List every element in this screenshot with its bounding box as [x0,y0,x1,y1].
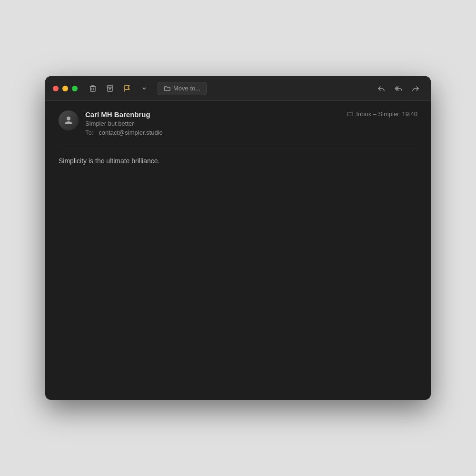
minimize-button[interactable] [62,86,68,91]
reply-icon [377,85,385,92]
reply-button[interactable] [374,82,389,95]
email-body-text: Simplicity is the ultimate brilliance. [59,156,417,166]
email-window: Move to... [45,76,431,400]
email-content-area: Carl MH Barenbrug Inbox – Simpler 19:40 … [45,101,431,400]
flag-button[interactable] [119,82,135,95]
inbox-info: Inbox – Simpler 19:40 [347,110,417,118]
toolbar-right-actions [374,82,423,95]
move-to-button[interactable]: Move to... [158,82,207,95]
reply-all-icon [395,85,402,92]
to-label: To: [85,129,93,136]
avatar [59,110,79,130]
archive-button[interactable] [102,82,118,95]
svg-rect-0 [90,87,95,91]
avatar-silhouette-icon [63,115,74,126]
toolbar-left-actions: Move to... [85,82,207,95]
inbox-label: Inbox – Simpler [356,110,399,118]
sender-row: Carl MH Barenbrug Inbox – Simpler 19:40 [85,110,417,119]
sender-name: Carl MH Barenbrug [85,110,150,119]
chevron-down-button[interactable] [137,82,152,95]
email-time: 19:40 [402,110,417,118]
move-to-label: Move to... [173,85,200,92]
email-header: Carl MH Barenbrug Inbox – Simpler 19:40 … [59,110,417,145]
forward-icon [412,85,419,92]
forward-button[interactable] [408,82,423,95]
email-to-line: To: contact@simpler.studio [85,129,417,136]
close-button[interactable] [53,86,59,91]
email-meta: Carl MH Barenbrug Inbox – Simpler 19:40 … [85,110,417,136]
svg-rect-3 [107,86,113,87]
avatar-image [59,110,79,130]
traffic-lights [53,86,78,91]
trash-button[interactable] [85,82,100,95]
to-address: contact@simpler.studio [99,129,163,136]
inbox-folder-icon [347,111,353,117]
reply-all-button[interactable] [391,82,406,95]
email-body: Simplicity is the ultimate brilliance. [59,145,417,166]
email-subject: Simpler but better [85,120,417,127]
folder-icon [164,85,170,92]
flag-icon [123,85,131,92]
archive-icon [106,85,114,92]
toolbar: Move to... [45,76,431,101]
svg-point-5 [67,117,70,120]
maximize-button[interactable] [72,86,78,91]
chevron-down-icon [142,86,147,91]
trash-icon [89,85,97,92]
